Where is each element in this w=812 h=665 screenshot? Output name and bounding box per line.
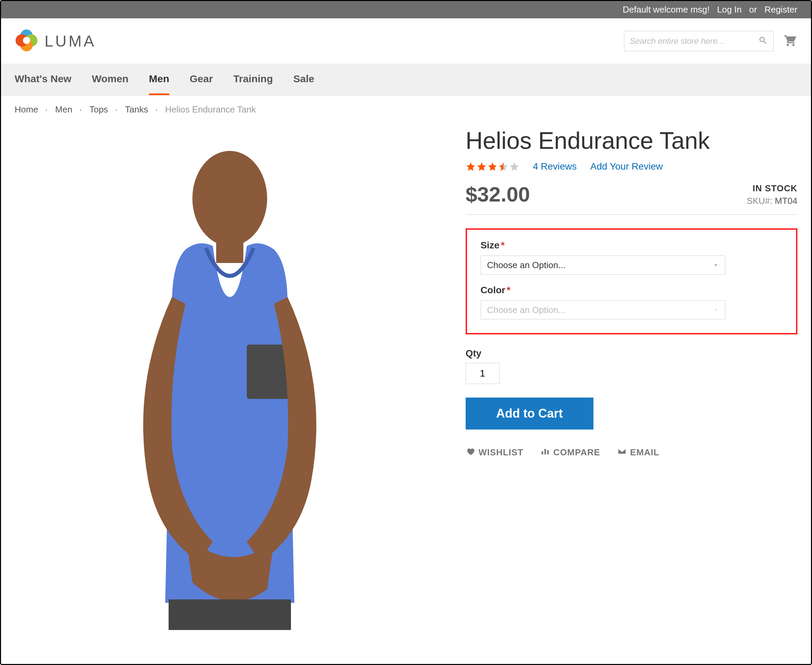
cart-icon[interactable]: [784, 34, 797, 49]
heart-icon: [466, 447, 475, 459]
wishlist-link[interactable]: WISHLIST: [466, 447, 523, 459]
crumb-men[interactable]: Men: [55, 104, 72, 115]
stock-status: IN STOCK: [747, 183, 797, 194]
color-placeholder: Choose an Option...: [487, 305, 566, 315]
svg-point-4: [23, 37, 30, 44]
mail-icon: [617, 447, 627, 459]
breadcrumb: Home Men Tops Tanks Helios Endurance Tan…: [1, 95, 811, 124]
product-gallery: [15, 124, 445, 630]
size-placeholder: Choose an Option...: [487, 260, 566, 270]
email-link[interactable]: EMAIL: [617, 447, 659, 459]
main-nav: What's New Women Men Gear Training Sale: [1, 64, 811, 95]
nav-men[interactable]: Men: [149, 64, 169, 95]
configurable-options-highlight: Size* Choose an Option... Color* Choose …: [466, 228, 797, 334]
qty-input[interactable]: [466, 363, 500, 384]
sku-value: MT04: [775, 196, 797, 206]
header: LUMA: [1, 18, 811, 64]
register-link[interactable]: Register: [764, 5, 797, 15]
size-select[interactable]: Choose an Option...: [481, 256, 725, 275]
qty-label: Qty: [466, 348, 797, 359]
brand-text: LUMA: [44, 32, 96, 50]
bar-chart-icon: [540, 447, 550, 459]
or-text: or: [749, 5, 757, 15]
nav-training[interactable]: Training: [233, 64, 273, 95]
compare-link[interactable]: COMPARE: [540, 447, 600, 459]
nav-whats-new[interactable]: What's New: [15, 64, 71, 95]
add-review-link[interactable]: Add Your Review: [591, 161, 663, 172]
util-bar: Default welcome msg! Log In or Register: [1, 1, 811, 18]
logo[interactable]: LUMA: [15, 29, 96, 54]
login-link[interactable]: Log In: [717, 5, 741, 15]
nav-women[interactable]: Women: [92, 64, 128, 95]
product-image[interactable]: [84, 127, 376, 630]
chevron-down-icon: [713, 305, 719, 315]
nav-sale[interactable]: Sale: [293, 64, 314, 95]
nav-gear[interactable]: Gear: [190, 64, 213, 95]
product-info: Helios Endurance Tank 4 Reviews Add Your…: [466, 124, 797, 630]
chevron-right-icon: [44, 104, 49, 115]
add-to-cart-button[interactable]: Add to Cart: [466, 398, 594, 429]
chevron-right-icon: [154, 104, 159, 115]
rating-stars: [466, 161, 519, 172]
color-label: Color*: [481, 285, 782, 296]
chevron-right-icon: [114, 104, 119, 115]
size-label: Size*: [481, 240, 782, 251]
search-box[interactable]: [624, 31, 774, 51]
sku-label: SKU#:: [747, 196, 772, 206]
svg-rect-8: [216, 229, 243, 263]
crumb-current: Helios Endurance Tank: [165, 104, 256, 115]
crumb-tops[interactable]: Tops: [89, 104, 108, 115]
search-icon[interactable]: [758, 36, 768, 47]
crumb-home[interactable]: Home: [15, 104, 38, 115]
product-title: Helios Endurance Tank: [466, 127, 797, 154]
product-page: Helios Endurance Tank 4 Reviews Add Your…: [1, 124, 811, 630]
crumb-tanks[interactable]: Tanks: [125, 104, 148, 115]
search-input[interactable]: [630, 36, 758, 46]
color-select[interactable]: Choose an Option...: [481, 300, 725, 319]
chevron-down-icon: [713, 260, 719, 270]
reviews-link[interactable]: 4 Reviews: [533, 161, 577, 172]
chevron-right-icon: [79, 104, 83, 115]
svg-rect-12: [547, 450, 549, 455]
svg-rect-9: [169, 599, 291, 630]
product-price: $32.00: [466, 182, 530, 206]
logo-icon: [15, 29, 38, 54]
welcome-msg: Default welcome msg!: [623, 5, 710, 15]
svg-rect-10: [541, 451, 543, 454]
svg-rect-11: [545, 449, 546, 454]
reviews-row: 4 Reviews Add Your Review: [466, 161, 797, 172]
